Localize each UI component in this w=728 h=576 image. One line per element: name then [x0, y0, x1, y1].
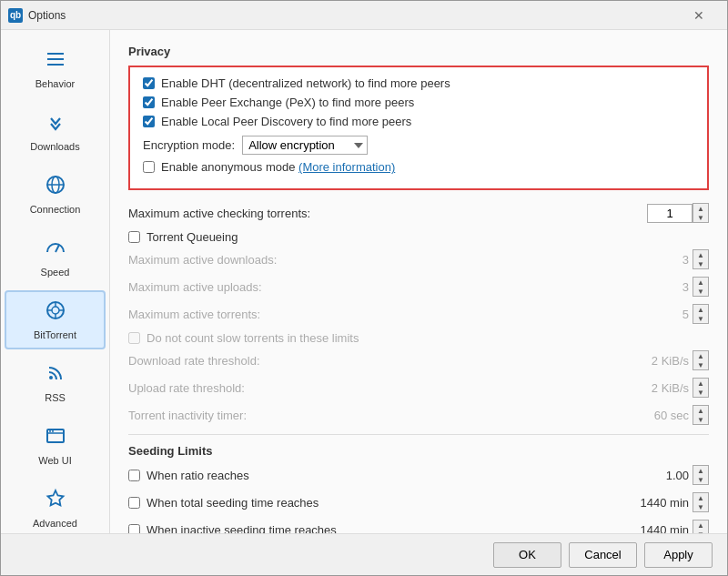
inactive-seeding-up[interactable]: ▲ [693, 520, 708, 530]
anon-row: Enable anonymous mode (More information) [143, 160, 694, 174]
slow-label: Do not count slow torrents in these limi… [147, 331, 359, 345]
sidebar-item-downloads[interactable]: Downloads [5, 102, 106, 161]
sidebar-item-rss[interactable]: RSS [5, 353, 106, 412]
sidebar-item-advanced[interactable]: Advanced [5, 479, 106, 533]
ul-rate-row: Upload rate threshold: 2 KiB/s ▲ ▼ [128, 378, 709, 398]
sidebar: Behavior Downloads Connection Speed [1, 30, 110, 533]
sidebar-item-connection[interactable]: Connection [5, 165, 106, 224]
inactivity-down[interactable]: ▼ [693, 415, 708, 424]
more-info-link[interactable]: (More information) [298, 160, 395, 174]
ul-rate-label: Upload rate threshold: [128, 381, 652, 395]
inactivity-label: Torrent inactivity timer: [128, 409, 652, 422]
ul-rate-spinner: 2 KiB/s ▲ ▼ [652, 378, 709, 398]
queuing-checkbox[interactable] [128, 231, 140, 243]
inactive-seeding-checkbox[interactable] [128, 524, 140, 534]
total-seeding-stepper: ▲ ▼ [693, 492, 709, 512]
inactivity-spinner: 60 sec ▲ ▼ [652, 405, 709, 425]
anon-label: Enable anonymous mode [161, 160, 295, 174]
sidebar-item-behavior[interactable]: Behavior [5, 39, 106, 98]
inactivity-row: Torrent inactivity timer: 60 sec ▲ ▼ [128, 405, 709, 425]
total-seeding-down[interactable]: ▼ [693, 502, 708, 511]
main-content: Behavior Downloads Connection Speed [1, 30, 727, 533]
title-bar: qb Options ✕ [1, 1, 727, 30]
ratio-label: When ratio reaches [147, 469, 249, 482]
max-downloads-label: Maximum active downloads: [128, 253, 652, 267]
anon-checkbox[interactable] [143, 161, 155, 173]
privacy-box: Enable DHT (decentralized network) to fi… [128, 66, 709, 190]
dht-row: Enable DHT (decentralized network) to fi… [143, 76, 694, 90]
speed-icon [45, 237, 66, 264]
max-torrents-spinner: 5 ▲ ▼ [652, 304, 709, 324]
sidebar-item-speed[interactable]: Speed [5, 227, 106, 287]
max-checking-spinner: ▲ ▼ [647, 203, 709, 223]
lpd-row: Enable Local Peer Discovery to find more… [143, 115, 694, 128]
rss-label: RSS [45, 392, 66, 403]
inactive-seeding-row: When inactive seeding time reaches 1440 … [128, 520, 709, 533]
bottom-bar: OK Cancel Apply [1, 533, 727, 575]
max-torrents-down[interactable]: ▼ [693, 314, 708, 323]
dht-label: Enable DHT (decentralized network) to fi… [161, 76, 450, 90]
svg-point-8 [52, 307, 59, 314]
max-torrents-row: Maximum active torrents: 5 ▲ ▼ [128, 304, 709, 324]
max-checking-down[interactable]: ▼ [693, 213, 708, 222]
pex-checkbox[interactable] [143, 96, 155, 108]
ul-rate-value: 2 KiB/s [652, 381, 689, 395]
max-downloads-value: 3 [652, 253, 689, 267]
dl-rate-spinner: 2 KiB/s ▲ ▼ [652, 350, 709, 370]
sidebar-item-webui[interactable]: Web UI [5, 416, 106, 475]
total-seeding-row: When total seeding time reaches 1440 min… [128, 492, 709, 512]
bittorrent-label: BitTorrent [34, 329, 76, 340]
sidebar-item-bittorrent[interactable]: BitTorrent [5, 290, 106, 349]
ok-button[interactable]: OK [493, 542, 561, 568]
ul-rate-up[interactable]: ▲ [693, 379, 708, 388]
encryption-select[interactable]: Require encryption Allow encryption Disa… [242, 136, 368, 155]
max-uploads-stepper: ▲ ▼ [693, 277, 709, 297]
max-torrents-up[interactable]: ▲ [693, 305, 708, 314]
behavior-icon [45, 48, 66, 76]
max-uploads-down[interactable]: ▼ [693, 287, 708, 296]
total-seeding-spinner: 1440 min ▲ ▼ [641, 492, 709, 512]
max-downloads-down[interactable]: ▼ [693, 259, 708, 268]
ratio-checkbox[interactable] [128, 470, 140, 481]
max-downloads-spinner: 3 ▲ ▼ [652, 249, 709, 269]
max-checking-input[interactable] [647, 204, 693, 223]
close-button[interactable]: ✕ [678, 1, 720, 30]
encryption-label: Encryption mode: [143, 138, 235, 152]
total-seeding-up[interactable]: ▲ [693, 493, 708, 502]
max-torrents-label: Maximum active torrents: [128, 308, 652, 321]
dl-rate-stepper: ▲ ▼ [693, 350, 709, 370]
max-downloads-up[interactable]: ▲ [693, 250, 708, 259]
ratio-up[interactable]: ▲ [693, 466, 708, 475]
ul-rate-stepper: ▲ ▼ [693, 378, 709, 398]
dl-rate-up[interactable]: ▲ [693, 351, 708, 360]
ul-rate-down[interactable]: ▼ [693, 388, 708, 397]
slow-checkbox[interactable] [128, 332, 140, 344]
max-uploads-row: Maximum active uploads: 3 ▲ ▼ [128, 277, 709, 297]
max-uploads-label: Maximum active uploads: [128, 280, 652, 294]
cancel-button[interactable]: Cancel [569, 542, 637, 568]
max-checking-up[interactable]: ▲ [693, 204, 708, 213]
total-seeding-checkbox[interactable] [128, 497, 140, 509]
connection-icon [45, 174, 66, 201]
dl-rate-down[interactable]: ▼ [693, 360, 708, 369]
lpd-checkbox[interactable] [143, 116, 155, 127]
webui-label: Web UI [38, 455, 71, 466]
ratio-down[interactable]: ▼ [693, 475, 708, 484]
queuing-label: Torrent Queueing [147, 230, 238, 244]
rss-icon [45, 362, 66, 389]
inactivity-value: 60 sec [652, 409, 689, 422]
seeding-section-title: Seeding Limits [128, 444, 709, 458]
ratio-stepper: ▲ ▼ [693, 465, 709, 485]
max-torrents-value: 5 [652, 308, 689, 321]
privacy-section-title: Privacy [128, 45, 709, 58]
apply-button[interactable]: Apply [644, 542, 713, 568]
content-area: Privacy Enable DHT (decentralized networ… [110, 30, 727, 533]
max-uploads-up[interactable]: ▲ [693, 278, 708, 287]
dl-rate-value: 2 KiB/s [652, 354, 689, 368]
inactive-seeding-label: When inactive seeding time reaches [147, 523, 337, 534]
inactivity-up[interactable]: ▲ [693, 406, 708, 415]
ratio-row: When ratio reaches 1.00 ▲ ▼ [128, 465, 709, 485]
pex-row: Enable Peer Exchange (PeX) to find more … [143, 96, 694, 109]
dht-checkbox[interactable] [143, 77, 155, 89]
downloads-label: Downloads [30, 141, 79, 152]
